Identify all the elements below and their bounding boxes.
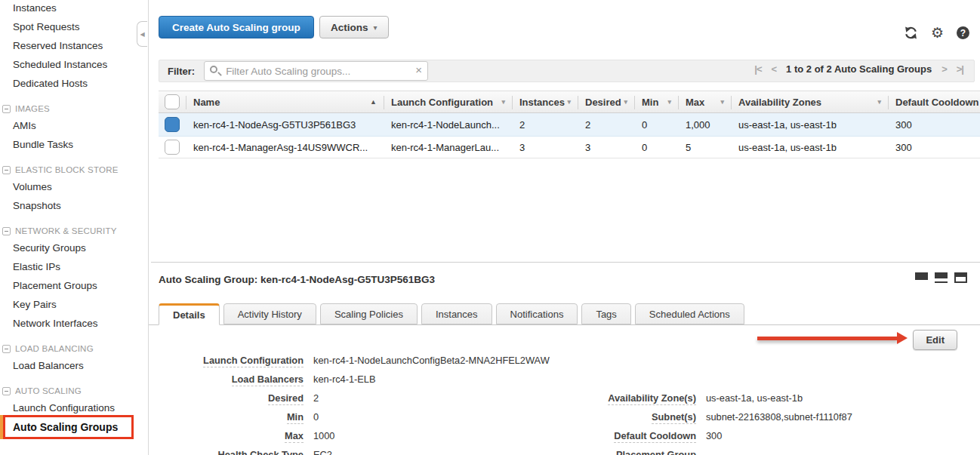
cell-min: 0 [634,119,678,131]
column-header-availability-zones[interactable]: Availability Zones ▾ [731,91,888,112]
sidebar-item-spot-requests[interactable]: Spot Requests [0,17,148,36]
sidebar-section-load-balancing[interactable]: LOAD BALANCING [0,341,148,356]
collapse-section-icon[interactable] [2,227,11,235]
column-header-max[interactable]: Max ▾ [678,91,731,112]
column-header-name[interactable]: Name ▲ [186,91,384,112]
field-label: Health Check Type [217,449,304,455]
sidebar-item-amis[interactable]: AMIs [0,116,148,135]
sidebar-item-dedicated-hosts[interactable]: Dedicated Hosts [0,74,148,93]
field-value: us-east-1a, us-east-1b [706,392,803,404]
annotation-arrow [757,337,898,340]
sidebar-section-elastic-block-store[interactable]: ELASTIC BLOCK STORE [0,162,148,177]
help-glyph: ? [960,28,966,38]
column-header-desired[interactable]: Desired ▾ [578,91,634,112]
field-value: 1000 [313,430,334,441]
column-label: Availability Zones [738,97,821,108]
sidebar-item-bundle-tasks[interactable]: Bundle Tasks [0,135,148,154]
field-label: Desired [268,392,304,405]
field-value: 300 [706,430,722,441]
column-label: Name [193,97,220,108]
sidebar-item-snapshots[interactable]: Snapshots [0,196,148,215]
column-header-launch-configuration[interactable]: Launch Configuration ▾ [384,91,512,112]
actions-button[interactable]: Actions ▾ [319,16,389,38]
tab-tags[interactable]: Tags [581,303,630,324]
layout-top-pane-icon[interactable] [954,272,967,283]
clear-filter-icon[interactable]: × [415,63,422,76]
cell-name: ken-rc4-1-NodeAsg-G5TU3P561BG3 [186,119,384,131]
field-placement-group: Placement Group [572,449,852,455]
row-checkbox[interactable] [165,140,180,155]
tab-details[interactable]: Details [159,303,220,325]
layout-split-pane-icon[interactable] [935,272,948,283]
sidebar-section-images[interactable]: IMAGES [0,101,148,116]
cell-instances: 3 [512,142,578,153]
tab-notifications[interactable]: Notifications [496,303,578,324]
sidebar-collapse-handle[interactable]: ◀ [137,21,147,47]
sidebar-item-instances[interactable]: Instances [0,0,148,17]
cell-instances: 2 [512,119,578,131]
sort-caret-icon: ▾ [501,98,505,106]
layout-bottom-pane-icon[interactable] [915,272,928,283]
pagination-next-icon[interactable]: > [941,63,947,75]
collapse-section-icon[interactable] [2,166,11,174]
filter-input[interactable] [204,61,428,81]
filter-label: Filter: [168,66,195,77]
sort-caret-icon: ▾ [567,98,571,106]
field-label: Load Balancers [232,374,304,386]
section-label: IMAGES [15,104,50,113]
sidebar-item-reserved-instances[interactable]: Reserved Instances [0,36,148,55]
column-header-instances[interactable]: Instances ▾ [512,91,578,112]
row-checkbox[interactable] [165,117,180,132]
field-load-balancers: Load Balancers ken-rc4-1-ELB [159,374,550,386]
sidebar-item-scheduled-instances[interactable]: Scheduled Instances [0,55,148,74]
sidebar-item-key-pairs[interactable]: Key Pairs [0,295,148,314]
cell-desired: 2 [578,119,634,131]
sidebar-item-load-balancers[interactable]: Load Balancers [0,356,148,375]
cell-desired: 3 [578,142,634,153]
cell-max: 5 [678,142,731,153]
collapse-section-icon[interactable] [2,345,11,353]
field-default-cooldown: Default Cooldown 300 [572,430,852,442]
column-header-min[interactable]: Min ▾ [634,91,678,112]
column-header-default-cooldown[interactable]: Default Cooldown [888,91,980,112]
sidebar-item-placement-groups[interactable]: Placement Groups [0,276,148,295]
refresh-icon[interactable] [904,26,918,40]
chevron-left-icon: ◀ [140,31,144,38]
cell-default-cooldown: 300 [888,142,980,153]
field-label: Min [287,411,304,424]
field-label: Placement Group [616,449,696,455]
sort-ascending-icon: ▲ [370,98,377,106]
cell-max: 1,000 [678,119,731,131]
sidebar-item-security-groups[interactable]: Security Groups [0,238,148,257]
edit-button[interactable]: Edit [913,330,957,350]
sidebar-section-auto-scaling[interactable]: AUTO SCALING [0,383,148,398]
sidebar-item-network-interfaces[interactable]: Network Interfaces [0,314,148,333]
details-title: Auto Scaling Group: ken-rc4-1-NodeAsg-G5… [159,274,435,285]
pagination-last-icon[interactable]: >| [957,63,963,75]
tab-scheduled-actions[interactable]: Scheduled Actions [635,303,744,324]
tab-instances[interactable]: Instances [421,303,492,324]
collapse-section-icon[interactable] [2,105,11,113]
table-row[interactable]: ken-rc4-1-NodeAsg-G5TU3P561BG3 ken-rc4-1… [159,113,980,137]
sidebar-item-volumes[interactable]: Volumes [0,177,148,196]
create-auto-scaling-group-button[interactable]: Create Auto Scaling group [159,16,314,38]
tab-scaling-policies[interactable]: Scaling Policies [320,303,418,324]
table-row[interactable]: ken-rc4-1-ManagerAsg-14US9WWCR... ken-rc… [159,137,980,158]
pagination-prev-icon[interactable]: < [771,63,776,75]
sidebar-section-network-security[interactable]: NETWORK & SECURITY [0,223,148,238]
select-all-checkbox[interactable] [165,94,180,109]
gear-icon[interactable]: ⚙ [931,26,944,40]
cell-availability-zones: us-east-1a, us-east-1b [731,119,888,131]
field-value: 0 [313,411,319,423]
section-label: NETWORK & SECURITY [15,226,117,235]
sidebar-item-auto-scaling-groups[interactable]: Auto Scaling Groups [0,417,148,437]
section-label: AUTO SCALING [15,386,82,395]
help-icon[interactable]: ? [957,26,969,39]
section-label: ELASTIC BLOCK STORE [15,165,119,174]
pagination-first-icon[interactable]: |< [754,63,761,75]
tab-activity-history[interactable]: Activity History [223,303,316,324]
column-label: Default Cooldown [895,97,979,108]
sidebar-item-elastic-ips[interactable]: Elastic IPs [0,257,148,276]
main-content: Create Auto Scaling group Actions ▾ ⚙ ? … [149,0,980,455]
collapse-section-icon[interactable] [2,387,11,395]
